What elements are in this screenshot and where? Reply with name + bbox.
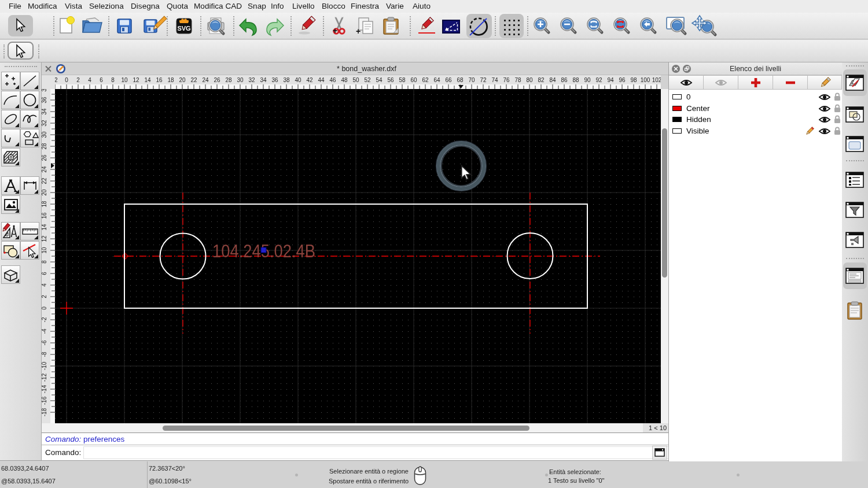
svg-text:-2: -2 bbox=[42, 317, 47, 322]
svg-text:18: 18 bbox=[42, 201, 47, 208]
svg-text:8: 8 bbox=[111, 77, 115, 83]
svg-text:-18: -18 bbox=[42, 408, 47, 416]
svg-text:36: 36 bbox=[271, 77, 278, 83]
svg-text:56: 56 bbox=[387, 77, 394, 83]
svg-text:2: 2 bbox=[42, 295, 47, 298]
svg-text:4: 4 bbox=[88, 77, 91, 83]
svg-text:26: 26 bbox=[214, 77, 220, 83]
svg-text:-2: -2 bbox=[55, 77, 58, 83]
svg-text:54: 54 bbox=[376, 77, 382, 83]
svg-text:74: 74 bbox=[491, 77, 498, 83]
svg-text:38: 38 bbox=[42, 89, 47, 92]
svg-text:-8: -8 bbox=[42, 352, 47, 357]
svg-text:-6: -6 bbox=[42, 340, 47, 345]
svg-text:14: 14 bbox=[42, 224, 47, 231]
svg-text:66: 66 bbox=[445, 77, 452, 83]
svg-text:32: 32 bbox=[42, 120, 47, 127]
svg-text:2: 2 bbox=[76, 77, 80, 83]
svg-text:-16: -16 bbox=[42, 396, 47, 405]
svg-text:88: 88 bbox=[572, 77, 579, 83]
svg-text:78: 78 bbox=[514, 77, 521, 83]
svg-text:24: 24 bbox=[42, 166, 47, 173]
svg-text:48: 48 bbox=[341, 77, 348, 83]
svg-text:82: 82 bbox=[538, 77, 545, 83]
svg-text:100: 100 bbox=[641, 77, 650, 83]
svg-text:+: + bbox=[333, 26, 337, 35]
svg-text:64: 64 bbox=[433, 77, 440, 83]
svg-text:32: 32 bbox=[248, 77, 255, 83]
svg-text:0: 0 bbox=[42, 306, 47, 310]
svg-text:34: 34 bbox=[260, 77, 267, 83]
svg-text:12: 12 bbox=[133, 77, 139, 83]
svg-text:34: 34 bbox=[42, 108, 47, 115]
svg-text:30: 30 bbox=[42, 131, 47, 138]
svg-text:6: 6 bbox=[100, 77, 103, 83]
svg-text:-10: -10 bbox=[42, 361, 47, 370]
svg-text:42: 42 bbox=[306, 77, 313, 83]
svg-text:86: 86 bbox=[561, 77, 568, 83]
svg-text:38: 38 bbox=[283, 77, 290, 83]
svg-text:84: 84 bbox=[549, 77, 556, 83]
svg-text:102: 102 bbox=[652, 77, 661, 83]
svg-text:16: 16 bbox=[42, 212, 47, 219]
svg-text:90: 90 bbox=[584, 77, 591, 83]
svg-text:20: 20 bbox=[42, 189, 47, 196]
svg-text:20: 20 bbox=[179, 77, 186, 83]
svg-text:-14: -14 bbox=[42, 385, 47, 393]
svg-text:36: 36 bbox=[42, 97, 47, 103]
svg-text:94: 94 bbox=[607, 77, 614, 83]
svg-text:-4: -4 bbox=[42, 328, 47, 334]
svg-text:70: 70 bbox=[468, 77, 475, 83]
svg-text:16: 16 bbox=[156, 77, 163, 83]
svg-text:52: 52 bbox=[364, 77, 371, 83]
svg-text:4: 4 bbox=[42, 283, 47, 287]
svg-text:12: 12 bbox=[42, 235, 47, 242]
svg-text:22: 22 bbox=[42, 178, 47, 184]
svg-text:76: 76 bbox=[503, 77, 510, 83]
svg-text:24: 24 bbox=[202, 77, 209, 83]
svg-text:98: 98 bbox=[630, 77, 637, 83]
svg-text:30: 30 bbox=[237, 77, 244, 83]
svg-text:26: 26 bbox=[42, 154, 47, 161]
svg-text:40: 40 bbox=[295, 77, 301, 83]
svg-text:+: + bbox=[356, 27, 361, 36]
svg-text:28: 28 bbox=[42, 143, 47, 150]
svg-text:50: 50 bbox=[352, 77, 359, 83]
svg-text:6: 6 bbox=[42, 272, 47, 275]
svg-text:22: 22 bbox=[190, 77, 197, 83]
svg-text:14: 14 bbox=[144, 77, 151, 83]
svg-text:8: 8 bbox=[42, 260, 47, 264]
svg-text:44: 44 bbox=[318, 77, 325, 83]
svg-text:92: 92 bbox=[595, 77, 602, 83]
svg-text:18: 18 bbox=[167, 77, 174, 83]
svg-text:0: 0 bbox=[65, 77, 68, 83]
svg-text:62: 62 bbox=[422, 77, 429, 83]
svg-text:-12: -12 bbox=[42, 373, 47, 382]
svg-text:96: 96 bbox=[619, 77, 626, 83]
svg-text:68: 68 bbox=[457, 77, 464, 83]
svg-text:10: 10 bbox=[42, 247, 47, 254]
svg-text:58: 58 bbox=[399, 77, 406, 83]
svg-text:46: 46 bbox=[329, 77, 336, 83]
svg-text:80: 80 bbox=[526, 77, 533, 83]
svg-text:72: 72 bbox=[480, 77, 487, 83]
svg-text:60: 60 bbox=[410, 77, 417, 83]
svg-text:SVG: SVG bbox=[177, 25, 190, 32]
svg-text:10: 10 bbox=[121, 77, 128, 83]
svg-text:28: 28 bbox=[225, 77, 232, 83]
